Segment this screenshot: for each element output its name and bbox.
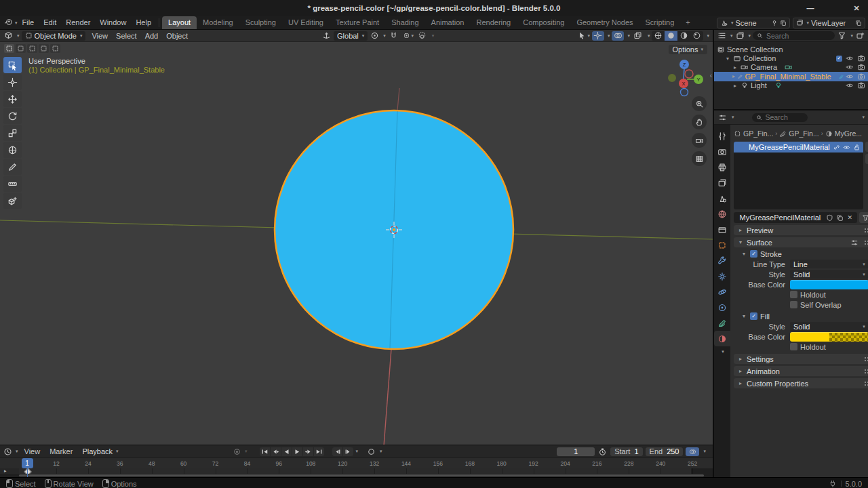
minimize-button[interactable]: — <box>806 4 815 12</box>
display-mode-chevron-icon[interactable]: ▾ <box>749 33 751 39</box>
viewport-menu-select[interactable]: Select <box>112 32 141 40</box>
outliner-row-scene-collection[interactable]: Scene Collection <box>714 45 868 54</box>
play-button[interactable] <box>292 447 302 456</box>
gizmo-chevron-icon[interactable]: ▾ <box>608 33 610 39</box>
menu-window[interactable]: Window <box>95 18 131 26</box>
workspace-tab-uv-editing[interactable]: UV Editing <box>282 16 330 29</box>
sync-chevron-icon[interactable]: ▾ <box>703 449 706 454</box>
material-slot-selected[interactable]: MyGreasePencilMaterial <box>734 142 863 152</box>
workspace-tab-shading[interactable]: Shading <box>385 16 425 29</box>
select-mode-intersect[interactable] <box>50 44 60 53</box>
object-type-visibility-dropdown[interactable]: ▾ <box>578 31 590 41</box>
hide-in-viewport-eye[interactable] <box>846 81 854 89</box>
breadcrumb-item[interactable]: MyGre... <box>835 129 862 138</box>
material-specials-button[interactable]: ▾ <box>859 212 868 223</box>
frame-start-field[interactable]: Start 1 <box>610 447 642 456</box>
editor-type-outliner-icon[interactable] <box>717 31 727 40</box>
nav-pan-button[interactable] <box>692 115 707 129</box>
auto-keying-toggle[interactable] <box>365 447 377 456</box>
properties-tab-material[interactable] <box>714 331 730 346</box>
new-scene-icon[interactable] <box>780 20 787 26</box>
gizmo-negative-y-axis[interactable] <box>668 74 676 82</box>
tool-move[interactable] <box>3 91 22 107</box>
hide-in-viewport-eye[interactable] <box>846 54 854 62</box>
material-slot-list[interactable]: MyGreasePencilMaterial <box>734 142 863 209</box>
viewport-menu-view[interactable]: View <box>87 32 112 40</box>
subpanel-stroke[interactable]: ▾✓Stroke <box>734 249 868 259</box>
jump-to-start-button[interactable] <box>260 447 270 456</box>
eye-icon[interactable] <box>843 144 850 151</box>
base-color-swatch[interactable] <box>790 280 868 289</box>
mode-dropdown[interactable]: Object Mode ▾ <box>22 31 86 41</box>
disable-in-renders[interactable] <box>857 81 865 89</box>
properties-options-chevron-icon[interactable]: ▾ <box>862 115 865 120</box>
menu-render[interactable]: Render <box>61 18 95 26</box>
timeline-channels[interactable]: ▸ <box>0 468 713 474</box>
properties-editor-chevron-icon[interactable]: ▾ <box>732 115 734 120</box>
select-mode-set[interactable] <box>4 44 14 53</box>
editor-type-properties-icon[interactable] <box>717 113 728 122</box>
gizmo-negative-z-axis[interactable] <box>681 89 688 96</box>
workspace-tab-sculpting[interactable]: Sculpting <box>239 16 282 29</box>
sidebar-collapse-icon[interactable]: ‹ <box>709 70 713 81</box>
panel-preview[interactable]: ▸Preview <box>734 225 868 235</box>
show-gizmo-toggle[interactable] <box>592 31 604 41</box>
select-mode-subtract[interactable] <box>27 44 37 53</box>
properties-tab-object-data[interactable] <box>714 315 730 331</box>
extensions-icon[interactable] <box>829 480 837 488</box>
properties-tab-output[interactable] <box>714 159 730 175</box>
disclosure-open-icon[interactable]: ▾ <box>724 56 731 62</box>
breadcrumb-item[interactable]: GP_Fin... <box>789 129 818 138</box>
panel-drag-handle[interactable] <box>864 228 868 232</box>
auto-keying-chevron-icon[interactable]: ▾ <box>380 449 382 454</box>
shading-rendered-button[interactable] <box>690 31 703 41</box>
jump-to-end-button[interactable] <box>314 447 324 456</box>
outliner-display-mode-icon[interactable] <box>735 31 745 40</box>
new-viewlayer-icon[interactable] <box>855 20 862 26</box>
shading-solid-button[interactable] <box>665 31 677 41</box>
add-workspace-button[interactable]: + <box>680 16 695 29</box>
collection-checkbox[interactable]: ✓ <box>836 56 842 62</box>
close-button[interactable]: ✕ <box>852 4 861 13</box>
properties-tab-scene[interactable] <box>714 190 730 206</box>
workspace-tab-layout[interactable]: Layout <box>162 16 197 29</box>
self-overlap-checkbox[interactable] <box>790 301 797 308</box>
show-overlays-toggle[interactable] <box>612 31 624 41</box>
fill-enable-checkbox[interactable]: ✓ <box>750 312 757 320</box>
disable-in-renders[interactable] <box>857 63 865 71</box>
outliner-editor-chevron-icon[interactable]: ▾ <box>730 33 733 39</box>
gizmo-negative-x-axis[interactable] <box>685 70 693 78</box>
outliner-search[interactable] <box>753 31 835 40</box>
tool-cursor[interactable] <box>3 74 22 90</box>
viewlayer-selector[interactable]: ▾ ViewLayer <box>793 18 866 28</box>
nav-camera-view-button[interactable] <box>692 133 707 148</box>
editor-type-timeline-icon[interactable] <box>3 447 13 456</box>
outliner-row-gp-final-minimal-stable[interactable]: ▸GP_Final_Minimal_Stable <box>714 72 868 81</box>
remove-slot-button[interactable]: − <box>865 154 868 164</box>
editor-type-chevron-icon[interactable]: ▾ <box>17 33 20 39</box>
hide-in-viewport-eye[interactable] <box>846 73 854 81</box>
viewport-canvas[interactable]: User Perspective (1) Collection | GP_Fin… <box>0 42 713 445</box>
tool-annotate[interactable] <box>3 159 22 175</box>
menu-file[interactable]: File <box>18 18 39 26</box>
disclosure-closed-icon[interactable]: ▸ <box>732 64 738 70</box>
properties-tab-collection[interactable] <box>714 222 730 237</box>
shading-material-button[interactable] <box>677 31 690 41</box>
workspace-tab-rendering[interactable]: Rendering <box>470 16 517 29</box>
properties-tab-effects[interactable] <box>714 268 730 284</box>
transform-orientation-icon[interactable] <box>321 31 332 40</box>
holdout-checkbox[interactable] <box>790 343 797 350</box>
nav-toggle-projection-button[interactable] <box>692 151 707 166</box>
properties-tab-view-layer[interactable] <box>714 175 730 190</box>
tool-transform[interactable] <box>3 142 22 158</box>
playback-sync-button[interactable] <box>686 447 699 456</box>
timeline-menu-view[interactable]: View <box>20 447 45 455</box>
workspace-tab-modeling[interactable]: Modeling <box>197 16 239 29</box>
timeline-menu-marker[interactable]: Marker <box>45 447 77 455</box>
navigation-gizmo[interactable]: ZYX <box>667 57 705 98</box>
xray-toggle[interactable] <box>632 31 644 41</box>
outliner-row-light[interactable]: ▸Light <box>714 81 868 90</box>
breadcrumb-item[interactable]: GP_Fin... <box>743 129 773 138</box>
editor-type-3d-viewport-icon[interactable] <box>3 31 14 40</box>
shading-chevron-icon[interactable]: ▾ <box>707 33 709 39</box>
